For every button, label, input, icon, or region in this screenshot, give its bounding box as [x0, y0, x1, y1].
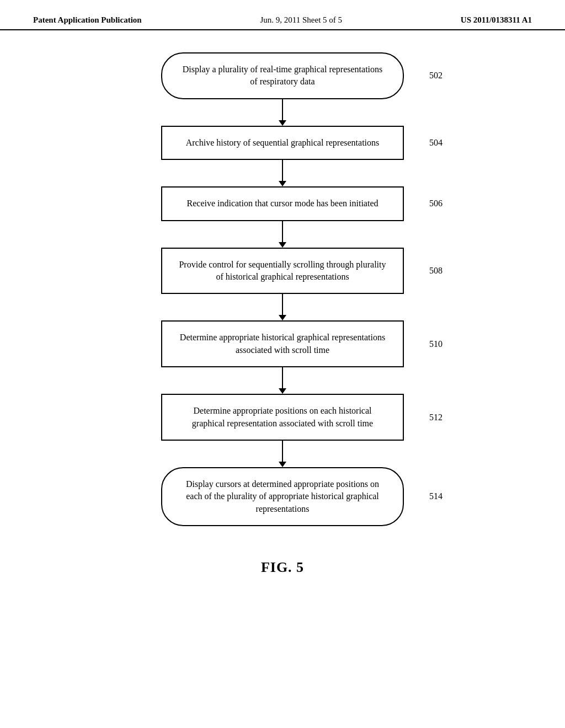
arrow-head-2: [279, 181, 286, 186]
arrow-line-1: [282, 99, 283, 120]
page-header: Patent Application Publication Jun. 9, 2…: [0, 0, 565, 30]
step-504-number: 504: [429, 138, 443, 148]
step-504-box: Archive history of sequential graphical …: [161, 126, 404, 160]
arrow-1: [279, 99, 286, 126]
flow-step-504: Archive history of sequential graphical …: [161, 126, 404, 160]
step-502-box: Display a plurality of real-time graphic…: [161, 52, 404, 99]
flow-step-510: Determine appropriate historical graphic…: [161, 320, 404, 367]
publication-label: Patent Application Publication: [33, 15, 142, 25]
step-502-text: Display a plurality of real-time graphic…: [183, 65, 383, 86]
arrow-head-6: [279, 462, 286, 467]
step-510-box: Determine appropriate historical graphic…: [161, 320, 404, 367]
step-514-text: Display cursors at determined appropriat…: [186, 479, 379, 513]
arrow-line-5: [282, 367, 283, 388]
step-510-number: 510: [429, 339, 443, 349]
step-510-text: Determine appropriate historical graphic…: [180, 333, 385, 354]
arrow-line-2: [282, 160, 283, 181]
step-506-box: Receive indication that cursor mode has …: [161, 186, 404, 221]
step-508-number: 508: [429, 266, 443, 276]
arrow-head-3: [279, 242, 286, 248]
flow-step-502: Display a plurality of real-time graphic…: [161, 52, 404, 99]
step-508-text: Provide control for sequentially scrolli…: [179, 260, 386, 281]
date-sheet-label: Jun. 9, 2011 Sheet 5 of 5: [260, 15, 342, 25]
step-504-text: Archive history of sequential graphical …: [186, 138, 380, 147]
patent-number-label: US 2011/0138311 A1: [461, 15, 532, 25]
arrow-head-5: [279, 388, 286, 394]
flow-step-508: Provide control for sequentially scrolli…: [161, 248, 404, 295]
arrow-line-6: [282, 441, 283, 462]
step-508-box: Provide control for sequentially scrolli…: [161, 248, 404, 295]
step-512-number: 512: [429, 413, 443, 422]
step-506-number: 506: [429, 199, 443, 208]
arrow-head-4: [279, 315, 286, 320]
arrow-2: [279, 160, 286, 186]
arrow-3: [279, 221, 286, 248]
arrow-4: [279, 294, 286, 320]
step-502-number: 502: [429, 71, 443, 81]
arrow-line-4: [282, 294, 283, 315]
step-512-box: Determine appropriate positions on each …: [161, 394, 404, 441]
flow-step-514: Display cursors at determined appropriat…: [161, 467, 404, 526]
figure-label: FIG. 5: [0, 559, 565, 576]
step-514-number: 514: [429, 491, 443, 501]
arrow-line-3: [282, 221, 283, 242]
step-514-box: Display cursors at determined appropriat…: [161, 467, 404, 526]
flow-diagram: Display a plurality of real-time graphic…: [0, 30, 565, 537]
arrow-6: [279, 441, 286, 467]
arrow-5: [279, 367, 286, 394]
step-512-text: Determine appropriate positions on each …: [192, 406, 373, 427]
flow-step-506: Receive indication that cursor mode has …: [161, 186, 404, 221]
arrow-head-1: [279, 120, 286, 126]
step-506-text: Receive indication that cursor mode has …: [187, 199, 379, 208]
flow-step-512: Determine appropriate positions on each …: [161, 394, 404, 441]
